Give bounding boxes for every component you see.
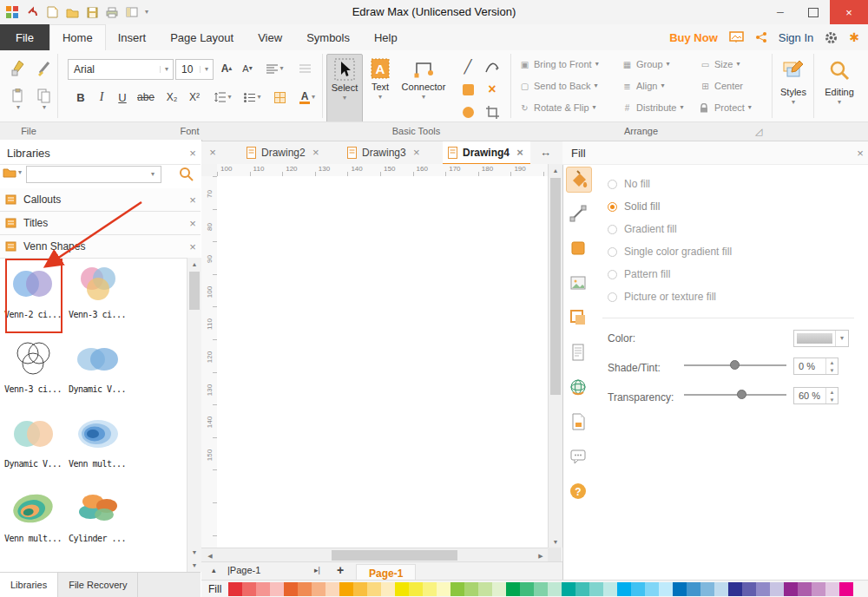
libraries-close-icon[interactable]: × bbox=[185, 147, 201, 160]
menu-tab-file[interactable]: File bbox=[0, 24, 49, 50]
sign-in-link[interactable]: Sign In bbox=[779, 31, 813, 44]
next-page-icon[interactable]: ▸| bbox=[314, 566, 320, 574]
select-tool-button[interactable]: Select ▾ bbox=[326, 54, 363, 123]
paste-button[interactable]: ▾ bbox=[7, 85, 30, 115]
palette-swatch[interactable] bbox=[450, 582, 464, 596]
comment-icon[interactable] bbox=[566, 444, 590, 469]
minimize-button[interactable]: ─ bbox=[764, 0, 797, 24]
font-color-button[interactable]: A ▾ bbox=[293, 87, 321, 108]
line-tool-icon[interactable]: ╱ bbox=[458, 57, 477, 76]
arrange-dialog-launcher-icon[interactable]: ◿ bbox=[750, 122, 767, 141]
spinner-down-icon[interactable]: ▼ bbox=[826, 366, 838, 374]
color-dropdown[interactable]: ▾ bbox=[793, 330, 849, 347]
picture-icon[interactable] bbox=[566, 271, 590, 295]
crop-tool-icon[interactable] bbox=[483, 102, 502, 121]
shape-style-icon[interactable] bbox=[566, 236, 590, 260]
bring-to-front-button[interactable]: ▣ Bring to Front▾ bbox=[519, 59, 599, 69]
active-page-tab[interactable]: Page-1 bbox=[356, 564, 416, 581]
shape-dynamic-venn-thumbnail[interactable] bbox=[71, 338, 123, 381]
protect-button[interactable]: Protect▾ bbox=[700, 102, 752, 113]
palette-swatch[interactable] bbox=[353, 582, 367, 596]
line-spacing-button[interactable]: ▾ bbox=[210, 87, 236, 108]
shade-slider-handle[interactable] bbox=[730, 360, 740, 370]
menu-tab-insert[interactable]: Insert bbox=[106, 24, 159, 50]
presentation-icon[interactable] bbox=[729, 31, 744, 43]
palette-swatch[interactable] bbox=[520, 582, 534, 596]
page-nav-label[interactable]: |Page-1 bbox=[227, 565, 260, 575]
share-icon[interactable] bbox=[755, 31, 767, 43]
library-search-button[interactable] bbox=[179, 167, 194, 182]
text-align-button[interactable]: ▾ bbox=[262, 59, 288, 78]
curve-tool-icon[interactable] bbox=[483, 57, 502, 76]
palette-swatch[interactable] bbox=[298, 582, 312, 596]
transparency-slider-handle[interactable] bbox=[737, 390, 746, 399]
style-brush-icon[interactable] bbox=[33, 56, 56, 80]
shape-dynamic-venn2-thumbnail[interactable] bbox=[7, 412, 59, 456]
palette-swatch[interactable] bbox=[492, 582, 506, 596]
section-close-icon[interactable]: × bbox=[185, 194, 201, 207]
menu-tab-help[interactable]: Help bbox=[362, 24, 410, 50]
palette-swatch[interactable] bbox=[562, 582, 575, 596]
section-close-icon[interactable]: × bbox=[185, 240, 201, 253]
close-button[interactable]: × bbox=[830, 0, 868, 24]
tab-close-icon[interactable]: × bbox=[515, 146, 525, 159]
group-button[interactable]: ▦ Group▾ bbox=[621, 59, 670, 69]
border-grid-icon[interactable] bbox=[269, 87, 290, 108]
shape-venn3-thumbnail[interactable] bbox=[71, 263, 123, 306]
fill-tool-icon[interactable] bbox=[566, 167, 592, 193]
copy-button[interactable]: ▾ bbox=[33, 85, 56, 115]
palette-swatch[interactable] bbox=[381, 582, 395, 596]
palette-swatch[interactable] bbox=[687, 582, 700, 596]
size-button[interactable]: ▭ Size▾ bbox=[700, 59, 740, 69]
shade-tint-slider[interactable] bbox=[684, 359, 786, 371]
layers-icon[interactable] bbox=[566, 305, 590, 330]
palette-swatch[interactable] bbox=[673, 582, 687, 596]
library-section-callouts[interactable]: Callouts × bbox=[0, 188, 201, 212]
tab-drawing2[interactable]: Drawing2 × bbox=[241, 141, 326, 163]
decrease-font-button[interactable]: A▾ bbox=[238, 59, 257, 78]
fill-option-no-fill[interactable]: No fill bbox=[608, 177, 650, 191]
shape-venn3-outline-thumbnail[interactable] bbox=[7, 338, 59, 381]
palette-swatch[interactable] bbox=[631, 582, 645, 596]
bold-button[interactable]: B bbox=[71, 87, 90, 108]
drawing-canvas[interactable] bbox=[217, 176, 548, 548]
connector-tool-button[interactable]: Connector ▾ bbox=[398, 54, 450, 121]
styles-button[interactable]: Styles ▾ bbox=[775, 56, 812, 121]
superscript-button[interactable]: X² bbox=[184, 87, 205, 108]
tab-libraries[interactable]: Libraries bbox=[0, 573, 58, 597]
horizontal-scrollbar-thumb[interactable] bbox=[332, 550, 457, 561]
palette-swatch[interactable] bbox=[659, 582, 673, 596]
library-picker-button[interactable]: ▾ bbox=[3, 167, 22, 178]
spinner-up-icon[interactable]: ▲ bbox=[826, 388, 838, 396]
palette-swatch[interactable] bbox=[825, 582, 839, 596]
palette-swatch[interactable] bbox=[575, 582, 589, 596]
palette-swatch[interactable] bbox=[798, 582, 812, 596]
center-button[interactable]: ⊞ Center bbox=[700, 81, 743, 91]
palette-swatch[interactable] bbox=[506, 582, 520, 596]
palette-swatch[interactable] bbox=[270, 582, 284, 596]
palette-swatch[interactable] bbox=[242, 582, 256, 596]
library-search-input[interactable] bbox=[26, 166, 161, 183]
scroll-down-icon[interactable]: ▼ bbox=[187, 559, 201, 571]
horizontal-scrollbar[interactable]: ◀ ▶ bbox=[201, 548, 548, 562]
vertical-scrollbar-thumb[interactable] bbox=[550, 178, 561, 395]
palette-swatch[interactable] bbox=[839, 582, 853, 596]
palette-swatch[interactable] bbox=[770, 582, 784, 596]
tab-scroll-icon[interactable]: ↔ bbox=[540, 146, 551, 159]
editing-button[interactable]: Editing ▾ bbox=[817, 56, 862, 121]
align-button[interactable]: ≣ Align▾ bbox=[621, 81, 664, 91]
palette-swatch[interactable] bbox=[437, 582, 450, 596]
palette-swatch[interactable] bbox=[409, 582, 423, 596]
menu-tab-view[interactable]: View bbox=[246, 24, 294, 50]
strikethrough-button[interactable]: abe bbox=[134, 87, 158, 108]
underline-button[interactable]: U bbox=[113, 87, 132, 108]
search-input-caret-icon[interactable]: ▾ bbox=[151, 171, 155, 178]
ellipse-tool-icon[interactable] bbox=[458, 102, 477, 121]
distribute-button[interactable]: # Distribute▾ bbox=[621, 102, 683, 113]
scroll-down-icon[interactable]: ▼ bbox=[187, 546, 201, 558]
bullet-list-button[interactable]: ▾ bbox=[240, 87, 266, 108]
palette-swatch[interactable] bbox=[284, 582, 298, 596]
palette-swatch[interactable] bbox=[478, 582, 492, 596]
menu-tab-page-layout[interactable]: Page Layout bbox=[158, 24, 246, 50]
palette-swatch[interactable] bbox=[603, 582, 617, 596]
